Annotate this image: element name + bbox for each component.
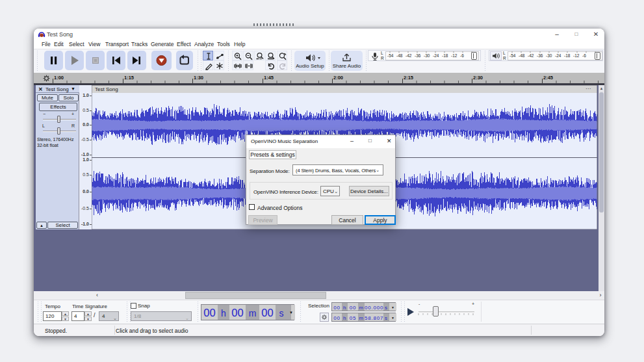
svg-text:⋯: ⋯	[586, 86, 591, 92]
svg-text:Test Song: Test Song	[95, 86, 118, 92]
